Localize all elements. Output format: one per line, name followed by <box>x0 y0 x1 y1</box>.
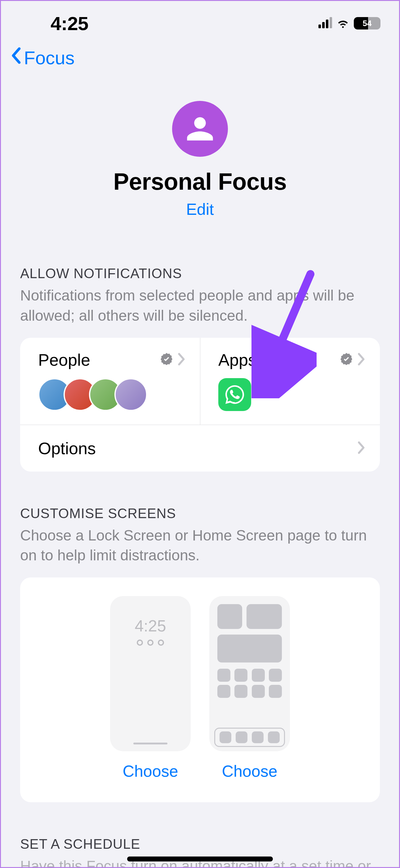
status-time: 4:25 <box>51 12 88 34</box>
nav-bar: Focus <box>1 38 399 72</box>
options-cell[interactable]: Options <box>20 425 380 471</box>
lock-preview-time: 4:25 <box>135 617 166 635</box>
chevron-right-icon <box>358 439 366 458</box>
section-desc-allow: Notifications from selected people and a… <box>20 286 380 326</box>
choose-home-button[interactable]: Choose <box>222 762 277 780</box>
cellular-icon <box>319 18 332 28</box>
chevron-right-icon <box>178 353 186 367</box>
person-icon <box>172 101 228 157</box>
back-button[interactable]: Focus <box>10 47 74 69</box>
people-cell[interactable]: People <box>20 338 200 425</box>
section-header-schedule: SET A SCHEDULE <box>20 836 380 852</box>
home-screen-preview[interactable] <box>209 596 290 751</box>
schedule-section: SET A SCHEDULE Have this Focus turn on a… <box>1 836 399 868</box>
verified-badge-icon <box>339 352 353 367</box>
apps-cell[interactable]: Apps <box>200 338 380 425</box>
customise-screens-section: CUSTOMISE SCREENS Choose a Lock Screen o… <box>1 506 399 803</box>
wifi-icon <box>336 16 349 30</box>
section-desc-customise: Choose a Lock Screen or Home Screen page… <box>20 526 380 566</box>
chevron-left-icon <box>10 47 22 69</box>
status-indicators: 54 <box>319 16 380 30</box>
avatar <box>114 378 147 411</box>
battery-icon: 54 <box>354 17 380 30</box>
choose-lock-button[interactable]: Choose <box>123 762 178 780</box>
section-header-allow: ALLOW NOTIFICATIONS <box>20 266 380 281</box>
battery-percent: 54 <box>354 19 380 28</box>
chevron-right-icon <box>358 353 366 367</box>
section-header-customise: CUSTOMISE SCREENS <box>20 506 380 521</box>
verified-badge-icon <box>160 352 173 367</box>
people-label: People <box>38 350 90 369</box>
apps-label: Apps <box>218 350 257 369</box>
lock-screen-column: 4:25 Choose <box>110 596 191 780</box>
home-indicator[interactable] <box>127 857 273 862</box>
people-avatars <box>38 378 186 411</box>
screens-card: 4:25 Choose Choose <box>20 578 380 802</box>
focus-header: Personal Focus Edit <box>1 72 399 219</box>
whatsapp-icon <box>218 378 251 411</box>
page-title: Personal Focus <box>1 168 399 195</box>
allow-card: People <box>20 338 380 471</box>
status-bar: 4:25 54 <box>1 1 399 38</box>
options-label: Options <box>38 439 96 458</box>
allow-notifications-section: ALLOW NOTIFICATIONS Notifications from s… <box>1 266 399 471</box>
back-label: Focus <box>24 47 74 69</box>
lock-screen-preview[interactable]: 4:25 <box>110 596 191 751</box>
home-screen-column: Choose <box>209 596 290 780</box>
edit-button[interactable]: Edit <box>186 200 214 219</box>
